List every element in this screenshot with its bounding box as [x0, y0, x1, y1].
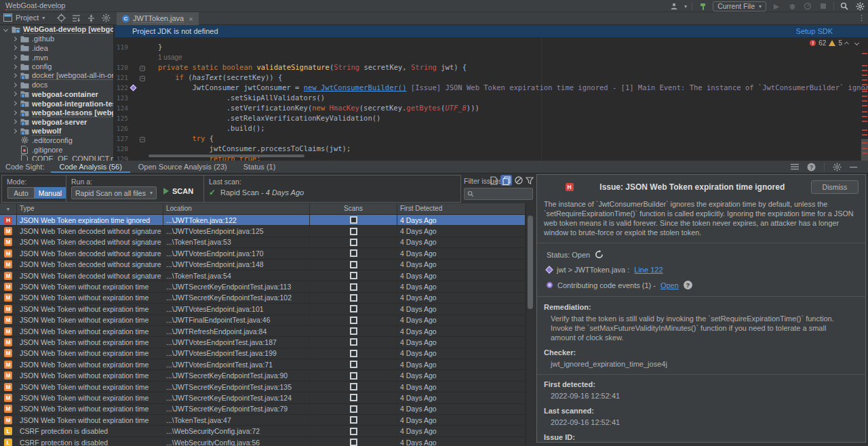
scrollbar-thumb[interactable] [528, 216, 533, 309]
editor-tab-jwttoken[interactable]: C JWTToken.java × [117, 12, 199, 25]
column-header-scans[interactable]: Scans [310, 203, 397, 214]
user-dropdown-caret[interactable]: ▾ [684, 3, 687, 9]
column-header-first-detected[interactable]: First Detected [397, 203, 526, 214]
stop-icon[interactable] [818, 1, 829, 11]
issue-row[interactable]: MJSON Web Token without expiration time.… [0, 348, 526, 359]
error-stripe-mark[interactable] [862, 116, 867, 117]
setup-sdk-link[interactable]: Setup SDK [796, 27, 833, 35]
expand-chevron-icon[interactable] [12, 73, 17, 78]
issue-row[interactable]: MJSON Web Token decoded without signatur… [0, 248, 526, 259]
inline-issue-annotation[interactable]: [Issue] JSON Web Token expiration time i… [411, 83, 868, 92]
menu-icon[interactable] [791, 163, 799, 170]
error-stripe-mark[interactable] [862, 153, 867, 154]
column-header-location[interactable]: Location [163, 203, 310, 214]
all-files-scope-icon[interactable] [500, 175, 512, 186]
tree-item[interactable]: config [0, 62, 113, 71]
error-stripe-mark[interactable] [862, 129, 867, 131]
profiler-icon[interactable] [802, 1, 813, 11]
error-stripe-mark[interactable] [862, 79, 867, 81]
issue-row[interactable]: MJSON Web Token decoded without signatur… [0, 226, 526, 237]
issue-row[interactable]: HJSON Web Token expiration time ignored.… [0, 215, 526, 226]
build-hammer-icon[interactable] [697, 1, 708, 11]
dismiss-button[interactable]: Dismiss [811, 180, 859, 194]
error-stripe-scrollbar[interactable] [861, 37, 868, 161]
tab-code-analysis[interactable]: Code Analysis (56) [51, 161, 130, 173]
code-sight-issue-icon[interactable] [130, 85, 136, 92]
collapse-all-icon[interactable] [72, 14, 81, 22]
error-stripe-mark[interactable] [862, 89, 867, 90]
scan-type-select[interactable]: Rapid Scan on all files ▾ [71, 186, 157, 199]
column-header-type[interactable]: Type [17, 203, 163, 214]
open-events-link[interactable]: Open [660, 281, 679, 289]
table-header[interactable]: ▼ Type Location Scans First Detected [0, 203, 526, 215]
fold-icon[interactable]: − [140, 76, 145, 81]
tree-item[interactable]: webgoat-lessons [webgoat-lessons [0, 108, 113, 117]
issue-row[interactable]: MJSON Web Token without expiration time.… [0, 415, 526, 426]
sort-indicator[interactable]: ▼ [0, 203, 17, 214]
issue-row[interactable]: MJSON Web Token decoded without signatur… [0, 237, 526, 248]
expand-chevron-icon[interactable] [12, 64, 17, 69]
issue-row[interactable]: LCSRF protection is disabled...\WebSecur… [0, 426, 526, 437]
error-stripe-mark[interactable] [862, 100, 867, 102]
error-stripe-mark[interactable] [862, 91, 867, 92]
expand-chevron-icon[interactable] [12, 45, 17, 50]
fold-icon[interactable]: − [140, 137, 145, 142]
tree-item[interactable]: docs [0, 81, 113, 90]
tree-item[interactable]: webgoat-container [0, 89, 113, 99]
more-icon[interactable]: ⋮ [858, 14, 865, 22]
tree-item[interactable]: docker [webgoat-all-in-one-docke [0, 71, 113, 81]
tree-item[interactable]: webgoat-integration-tests [0, 99, 113, 108]
expand-chevron-icon[interactable] [12, 55, 17, 60]
expand-chevron-icon[interactable] [12, 92, 17, 96]
issue-row[interactable]: MJSON Web Token without expiration time.… [0, 281, 526, 292]
expand-collapse-icon[interactable] [87, 14, 96, 22]
tree-item[interactable]: webgoat-server [0, 117, 113, 127]
expand-chevron-icon[interactable] [12, 129, 17, 134]
tab-open-source-analysis[interactable]: Open Source Analysis (23) [130, 161, 235, 173]
refresh-icon[interactable] [595, 250, 604, 259]
tree-item[interactable]: WebGoat-develop [webgoat-parent] [0, 25, 113, 35]
search-icon[interactable] [839, 1, 850, 11]
horizontal-scrollbar[interactable] [149, 155, 304, 157]
issue-row[interactable]: MJSON Web Token without expiration time.… [0, 359, 526, 370]
tree-item[interactable]: .github [0, 35, 113, 44]
error-stripe-mark[interactable] [862, 53, 867, 54]
error-stripe-mark[interactable] [862, 70, 867, 71]
minimize-icon[interactable]: — [850, 163, 857, 171]
debug-icon[interactable] [787, 1, 797, 11]
expand-chevron-icon[interactable] [12, 101, 17, 106]
mode-auto-button[interactable]: Auto [7, 187, 35, 199]
expand-chevron-icon[interactable] [12, 83, 17, 87]
locate-file-icon[interactable] [57, 14, 66, 22]
close-icon[interactable]: × [189, 15, 193, 23]
block-icon[interactable] [513, 175, 524, 186]
error-stripe-mark[interactable] [862, 142, 867, 144]
expand-chevron-icon[interactable] [12, 110, 17, 115]
project-tool-window-selector[interactable]: Project ▾ [3, 14, 45, 22]
tree-item[interactable]: .mvn [0, 53, 113, 62]
filter-icon[interactable] [524, 175, 535, 186]
issue-row[interactable]: MJSON Web Token without expiration time.… [0, 293, 526, 304]
error-stripe-mark[interactable] [862, 111, 867, 113]
issue-row[interactable]: LCSRF protection is disabled...\WebSecur… [0, 437, 526, 446]
previous-problem-icon[interactable] [844, 41, 849, 46]
gear-icon[interactable] [854, 1, 865, 11]
gear-icon[interactable] [102, 14, 111, 22]
issue-row[interactable]: MJSON Web Token decoded without signatur… [0, 270, 526, 281]
error-stripe-mark[interactable] [862, 121, 867, 122]
issue-row[interactable]: MJSON Web Token without expiration time.… [0, 315, 526, 326]
user-icon[interactable] [669, 1, 679, 11]
tree-item[interactable]: webwolf [0, 127, 113, 136]
inspections-widget[interactable]: ! 62 5 [810, 39, 859, 47]
search-input[interactable] [476, 190, 524, 198]
run-icon[interactable]: ▶ [771, 1, 782, 11]
code-editor[interactable]: Project JDK is not defined Setup SDK 119… [115, 25, 868, 161]
help-icon[interactable]: ? [807, 163, 816, 171]
issue-row[interactable]: MJSON Web Token decoded without signatur… [0, 260, 526, 270]
help-icon[interactable]: ? [684, 281, 692, 289]
tab-status[interactable]: Status (1) [235, 161, 284, 173]
error-stripe-mark[interactable] [862, 105, 867, 106]
error-stripe-mark[interactable] [862, 96, 867, 97]
issue-row[interactable]: MJSON Web Token without expiration time.… [0, 326, 526, 337]
tree-item[interactable]: .editorconfig [0, 136, 113, 145]
